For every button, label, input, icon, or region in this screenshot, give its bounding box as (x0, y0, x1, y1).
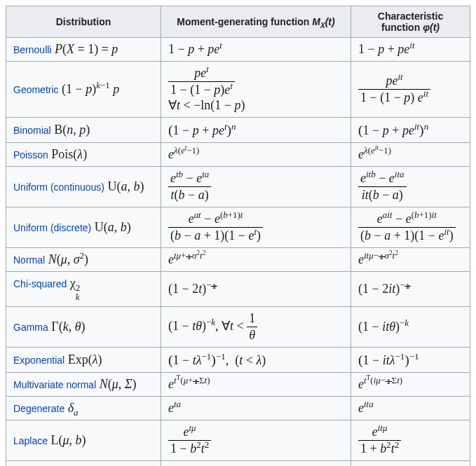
cell-cf: (1 − p)r(1 − peit)r (351, 461, 470, 466)
cell-cf: eitb − eitait(b − a) (351, 167, 470, 207)
cell-distribution: Binomial B(n, p) (6, 118, 161, 143)
cell-distribution: Bernoulli P(X = 1) = p (6, 38, 161, 62)
cell-mgf: pet1 − (1 − p)et∀t < −ln(1 − p) (161, 62, 351, 118)
cell-mgf: (1 − tλ−1)−1, (t < λ) (161, 348, 351, 373)
distribution-link[interactable]: Laplace (13, 435, 48, 446)
cell-distribution: Negative Binomial NB(r, p) (6, 461, 161, 466)
cell-cf: (1 − itλ−1)−1 (351, 348, 470, 373)
cell-mgf: (1 − 2t)−k2 (161, 272, 351, 307)
cell-distribution: Chi-squared χ2k (6, 272, 161, 307)
table-row: Uniform (continuous) U(a, b)etb − etat(b… (6, 167, 470, 207)
cell-mgf: etb − etat(b − a) (161, 167, 351, 207)
cell-distribution: Normal N(μ, σ2) (6, 248, 161, 272)
distribution-link[interactable]: Chi-squared (13, 278, 67, 289)
cell-cf: peit1 − (1 − p) eit (351, 62, 470, 118)
table-row: Bernoulli P(X = 1) = p1 − p + pet1 − p +… (6, 38, 470, 62)
distribution-table: Distribution Moment-generating function … (6, 6, 470, 466)
cell-cf: eitμ−12σ2t2 (351, 248, 470, 272)
cell-mgf: eta (161, 397, 351, 420)
cell-cf: (1 − p + peit)n (351, 118, 470, 143)
cell-distribution: Laplace L(μ, b) (6, 420, 161, 461)
distribution-link[interactable]: Uniform (discrete) (13, 222, 91, 233)
table-row: Exponential Exp(λ)(1 − tλ−1)−1, (t < λ)(… (6, 348, 470, 373)
cell-cf: 1 − p + peit (351, 38, 470, 62)
cell-mgf: etμ+12σ2t2 (161, 248, 351, 272)
distribution-link[interactable]: Uniform (continuous) (13, 181, 104, 193)
cell-mgf: etμ1 − b2t2 (161, 420, 351, 461)
cell-cf: eλ(eit−1) (351, 143, 470, 167)
cell-distribution: Uniform (continuous) U(a, b) (6, 167, 161, 207)
table-row: Laplace L(μ, b)etμ1 − b2t2eitμ1 + b2t2 (6, 420, 470, 461)
distribution-notation: δa (64, 401, 78, 415)
table-row: Negative Binomial NB(r, p)(1 − p)r(1 − p… (6, 461, 470, 466)
cell-distribution: Exponential Exp(λ) (6, 348, 161, 373)
table-row: Binomial B(n, p)(1 − p + pet)n(1 − p + p… (6, 118, 470, 143)
distribution-notation: χ2k (67, 276, 80, 290)
cell-distribution: Gamma Γ(k, θ) (6, 307, 161, 348)
distribution-link[interactable]: Degenerate (13, 403, 64, 414)
table-row: Degenerate δaetaeita (6, 397, 470, 420)
distribution-notation: U(a, b) (104, 179, 144, 193)
cell-distribution: Uniform (discrete) U(a, b) (6, 207, 161, 248)
header-row: Distribution Moment-generating function … (6, 6, 470, 38)
cell-cf: etT(iμ−12Σt) (351, 373, 470, 397)
cell-mgf: (1 − p)r(1 − pet)r (161, 461, 351, 466)
cell-mgf: etT(μ+12Σt) (161, 373, 351, 397)
table-row: Gamma Γ(k, θ)(1 − tθ)−k, ∀t < 1θ(1 − itθ… (6, 307, 470, 348)
distribution-notation: Exp(λ) (64, 352, 102, 366)
distribution-notation: N(μ, Σ) (96, 377, 136, 391)
header-distribution: Distribution (6, 6, 161, 38)
table-row: Chi-squared χ2k(1 − 2t)−k2(1 − 2it)−k2 (6, 272, 470, 307)
header-cf: Characteristic function φ(t) (351, 6, 470, 38)
distribution-notation: Pois(λ) (48, 147, 87, 161)
cell-cf: eait − e(b+1)it(b − a + 1)(1 − eit) (351, 207, 470, 248)
cell-cf: (1 − 2it)−k2 (351, 272, 470, 307)
cell-mgf: eλ(et−1) (161, 143, 351, 167)
distribution-link[interactable]: Binomial (13, 125, 51, 136)
cell-mgf: 1 − p + pet (161, 38, 351, 62)
distribution-link[interactable]: Geometric (13, 84, 59, 95)
cell-distribution: Degenerate δa (6, 397, 161, 420)
cell-cf: (1 − itθ)−k (351, 307, 470, 348)
distribution-link[interactable]: Poisson (13, 149, 48, 160)
cell-mgf: (1 − tθ)−k, ∀t < 1θ (161, 307, 351, 348)
table-row: Multivariate normal N(μ, Σ)etT(μ+12Σt)et… (6, 373, 470, 397)
table-row: Geometric (1 − p)k−1 ppet1 − (1 − p)et∀t… (6, 62, 470, 118)
distribution-notation: L(μ, b) (48, 433, 86, 447)
cell-cf: eitμ1 + b2t2 (351, 420, 470, 461)
distribution-notation: (1 − p)k−1 p (59, 82, 120, 96)
distribution-notation: U(a, b) (91, 220, 131, 234)
cell-distribution: Multivariate normal N(μ, Σ) (6, 373, 161, 397)
distribution-link[interactable]: Multivariate normal (13, 379, 96, 390)
cell-mgf: (1 − p + pet)n (161, 118, 351, 143)
cell-cf: eita (351, 397, 470, 420)
cell-mgf: eat − e(b+1)t(b − a + 1)(1 − et) (161, 207, 351, 248)
distribution-notation: N(μ, σ2) (45, 252, 88, 266)
distribution-link[interactable]: Exponential (13, 355, 64, 366)
table-row: Poisson Pois(λ)eλ(et−1)eλ(eit−1) (6, 143, 470, 167)
header-mgf: Moment-generating function MX(t) (161, 6, 351, 38)
distribution-link[interactable]: Bernoulli (13, 44, 51, 55)
distribution-notation: B(n, p) (51, 123, 90, 137)
cell-distribution: Poisson Pois(λ) (6, 143, 161, 167)
distribution-link[interactable]: Gamma (13, 322, 48, 333)
table-row: Uniform (discrete) U(a, b)eat − e(b+1)t(… (6, 207, 470, 248)
table-row: Normal N(μ, σ2)etμ+12σ2t2eitμ−12σ2t2 (6, 248, 470, 272)
cell-distribution: Geometric (1 − p)k−1 p (6, 62, 161, 118)
distribution-notation: P(X = 1) = p (51, 42, 118, 56)
distribution-notation: Γ(k, θ) (48, 320, 86, 334)
distribution-link[interactable]: Normal (13, 254, 45, 266)
